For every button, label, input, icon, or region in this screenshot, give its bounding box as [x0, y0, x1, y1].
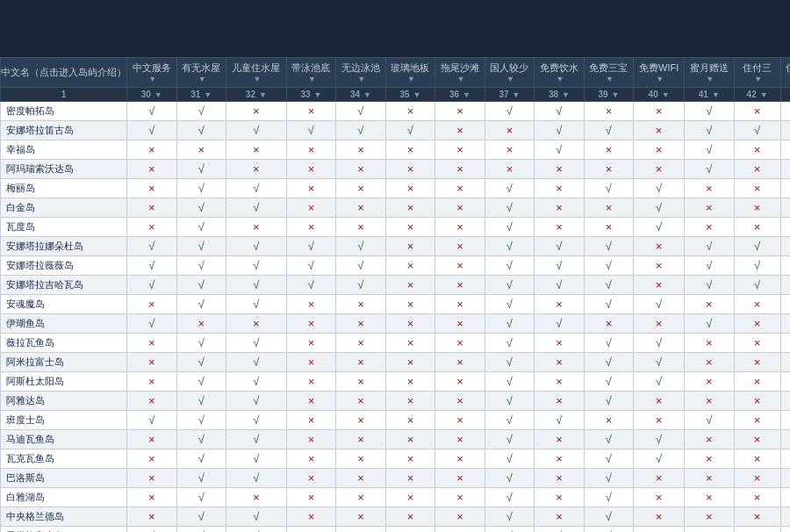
cross-icon: ×: [754, 143, 761, 156]
cell-free_wifi: √: [634, 372, 685, 392]
cross-icon: ×: [148, 375, 155, 388]
cell-no_side_pool: ×: [336, 507, 386, 527]
island-name[interactable]: 安娜塔拉娜朵杜岛: [1, 237, 127, 256]
cell-free_3meal: √: [584, 353, 634, 372]
cell-cn_service: √: [127, 121, 177, 140]
cell-tail_surf: ×: [435, 430, 485, 449]
check-icon: √: [357, 278, 363, 291]
cell-glass_floor: ×: [385, 160, 435, 179]
cell-tail_surf: ×: [435, 160, 485, 179]
island-name[interactable]: 伊瑚鱼岛: [1, 314, 127, 334]
cross-icon: ×: [456, 278, 463, 291]
cross-icon: ×: [456, 317, 463, 330]
cell-glass_floor: ×: [385, 507, 435, 527]
island-name[interactable]: 巴洛斯岛: [1, 469, 127, 488]
col-header-tail_surf[interactable]: 拖尾沙滩▼: [435, 58, 485, 88]
cross-icon: ×: [456, 491, 463, 504]
col-header-cn_service[interactable]: 中文服务▼: [127, 58, 177, 88]
island-name[interactable]: 安娜塔拉薇薇岛: [1, 256, 127, 276]
cross-icon: ×: [148, 220, 155, 234]
col-header-glass_floor[interactable]: 玻璃地板▼: [385, 58, 435, 88]
col-header-local_less[interactable]: 国人较少▼: [485, 58, 535, 88]
cell-local_less: √: [485, 372, 535, 392]
cell-free_3meal: ×: [584, 160, 634, 179]
cell-band_pool: ×: [286, 102, 336, 121]
island-name[interactable]: 幸福岛: [1, 140, 127, 160]
check-icon: √: [253, 240, 259, 253]
cell-band_pool: ×: [286, 218, 336, 237]
check-icon: √: [506, 278, 513, 291]
cross-icon: ×: [357, 201, 364, 214]
cell-band_pool: √: [286, 237, 336, 256]
cross-icon: ×: [308, 471, 315, 485]
table-container[interactable]: 中文名（点击进入岛屿介绍）中文服务▼有无水屋▼儿童住水屋▼带泳池底▼无边泳池▼玻…: [0, 57, 790, 532]
island-name[interactable]: 白金岛: [1, 198, 127, 218]
check-icon: √: [253, 375, 259, 388]
island-name[interactable]: 圣塔拉富士岛: [1, 527, 127, 533]
col-header-name[interactable]: 中文名（点击进入岛屿介绍）: [1, 58, 127, 88]
cell-free_drink: √: [535, 237, 585, 256]
cell-honeymoon: √: [685, 140, 735, 160]
cross-icon: ×: [456, 201, 463, 214]
cell-band_pool: √: [286, 256, 336, 276]
island-name[interactable]: 阿玛瑞索沃达岛: [1, 160, 127, 179]
island-name[interactable]: 薇拉瓦鱼岛: [1, 334, 127, 353]
col-header-free_wifi[interactable]: 免费WIFI▼: [634, 58, 685, 88]
cross-icon: ×: [456, 452, 463, 465]
island-name[interactable]: 瓦度岛: [1, 218, 127, 237]
col-header-free_3meal[interactable]: 免费三宝▼: [584, 58, 634, 88]
cell-no_side_pool: ×: [336, 218, 386, 237]
check-icon: √: [198, 104, 205, 118]
island-name[interactable]: 安魂魔岛: [1, 295, 127, 314]
col-header-stay_45[interactable]: 住七付五▼: [780, 58, 790, 88]
col-header-no_side_pool[interactable]: 无边泳池▼: [336, 58, 386, 88]
col-header-kids_pool[interactable]: 儿童住水屋▼: [226, 58, 287, 88]
cross-icon: ×: [407, 471, 414, 485]
cross-icon: ×: [148, 336, 155, 349]
table-row: 瓦度岛×√×××××√××√×××××××: [1, 218, 791, 237]
col-header-no_water[interactable]: 有无水屋▼: [176, 58, 226, 88]
island-name[interactable]: 马迪瓦鱼岛: [1, 430, 127, 449]
cross-icon: ×: [407, 298, 414, 311]
cross-icon: ×: [456, 124, 463, 137]
island-name[interactable]: 安娜塔拉笛古岛: [1, 121, 127, 140]
cell-free_drink: ×: [535, 469, 585, 488]
cross-icon: ×: [606, 162, 613, 176]
check-icon: √: [148, 278, 154, 291]
island-name[interactable]: 瓦克瓦鱼岛: [1, 449, 127, 469]
col-header-free_drink[interactable]: 免费饮水▼: [535, 58, 585, 88]
cell-honeymoon: ×: [685, 392, 735, 411]
check-icon: √: [357, 259, 363, 272]
island-name[interactable]: 中央格兰德岛: [1, 507, 127, 527]
cell-no_water: √: [176, 411, 226, 430]
island-name[interactable]: 密度帕拓岛: [1, 102, 127, 121]
cross-icon: ×: [357, 162, 364, 176]
cell-honeymoon: ×: [685, 353, 735, 372]
check-icon: √: [606, 394, 612, 407]
cell-stay_45: ×: [780, 198, 790, 218]
col-header-band_pool[interactable]: 带泳池底▼: [286, 58, 336, 88]
cell-free_3meal: √: [584, 179, 634, 198]
island-name[interactable]: 阿米拉富士岛: [1, 353, 127, 372]
table-row: 班度士岛√√√××××√√××√×××××√: [1, 411, 791, 430]
cell-glass_floor: ×: [385, 527, 435, 533]
cell-tail_surf: ×: [435, 218, 485, 237]
cell-stay_3: √: [734, 256, 780, 276]
island-name[interactable]: 阿雅达岛: [1, 392, 127, 411]
island-name[interactable]: 安娜塔拉吉哈瓦岛: [1, 276, 127, 295]
cell-stay_3: ×: [734, 372, 780, 392]
cell-honeymoon: √: [685, 121, 735, 140]
col-header-stay_3[interactable]: 住付三▼: [734, 58, 780, 88]
col-header-honeymoon[interactable]: 蜜月赠送▼: [685, 58, 735, 88]
cell-local_less: √: [485, 430, 535, 449]
island-name[interactable]: 梅丽岛: [1, 179, 127, 198]
check-icon: √: [253, 201, 259, 214]
cell-honeymoon: ×: [685, 449, 735, 469]
cell-free_drink: ×: [535, 353, 585, 372]
island-name[interactable]: 白雅湖岛: [1, 488, 127, 507]
check-icon: √: [706, 124, 712, 137]
cell-free_wifi: ×: [634, 140, 685, 160]
island-name[interactable]: 班度士岛: [1, 411, 127, 430]
check-icon: √: [198, 375, 205, 388]
island-name[interactable]: 阿斯杜太阳岛: [1, 372, 127, 392]
